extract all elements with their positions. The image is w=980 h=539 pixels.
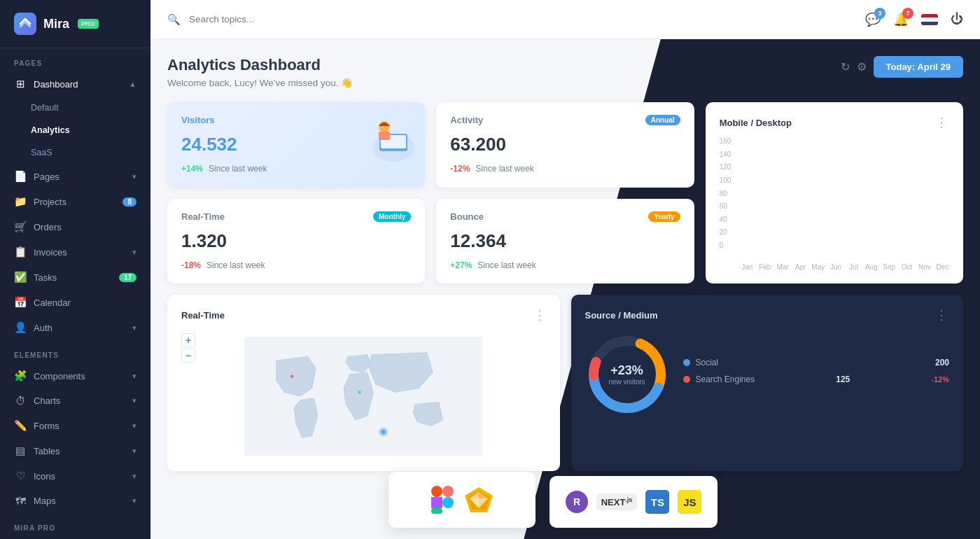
search-input[interactable] (189, 14, 343, 24)
zoom-out-button[interactable]: − (181, 349, 195, 363)
sidebar-subitem-analytics[interactable]: Analytics (0, 119, 150, 141)
mira-pro-section-label: MIRA PRO (0, 513, 150, 536)
sidebar-item-label: Orders (34, 222, 62, 232)
source-change: -12% (931, 375, 949, 384)
sidebar-item-tasks[interactable]: ✅ Tasks 17 (0, 265, 150, 290)
sidebar-item-icons[interactable]: ♡ Icons ▾ (0, 463, 150, 489)
activity-card: Activity Annual 63.200 -12% Since last w… (436, 102, 694, 188)
donut-section: +23% new visitors Social 200 (585, 332, 950, 416)
refresh-icon[interactable]: ↻ (841, 60, 850, 74)
chevron-icon: ▾ (132, 372, 136, 381)
svg-rect-4 (379, 132, 390, 140)
date-button[interactable]: Today: April 29 (874, 56, 963, 78)
bounce-card: Bounce Yearly 12.364 +27% Since last wee… (436, 199, 694, 284)
search-icon: 🔍 (167, 13, 181, 26)
donut-percentage: +23% (608, 363, 645, 378)
tech-logos-card-2: R NEXT.js TS JS (550, 476, 718, 528)
svg-rect-17 (431, 508, 442, 514)
card-title: Bounce (450, 211, 484, 222)
sidebar-item-orders[interactable]: 🛒 Orders (0, 214, 150, 239)
card-footer: -12% Since last week (450, 164, 680, 174)
card-title: Real-Time (181, 211, 225, 222)
sidebar-item-label: Calendar (34, 298, 71, 308)
donut-chart: +23% new visitors (585, 332, 669, 416)
source-row: Social 200 (683, 358, 950, 368)
alerts-button[interactable]: 🔔 7 (893, 12, 909, 27)
sidebar-item-pages[interactable]: 📄 Pages ▾ (0, 164, 150, 189)
page-header: Analytics Dashboard Welcome back, Lucy! … (167, 56, 963, 88)
source-row: Search Engines 125 -12% (683, 374, 950, 384)
chart-header: Mobile / Desktop ⋮ (720, 115, 949, 130)
since-text: Since last week (206, 260, 265, 270)
chart-title: Mobile / Desktop (720, 118, 792, 128)
realtime-badge: Monthly (373, 211, 411, 222)
world-map (181, 337, 546, 456)
pages-icon: 📄 (14, 170, 27, 183)
source-name: Social (683, 358, 719, 368)
sidebar-subitem-default[interactable]: Default (0, 97, 150, 119)
page-actions: ↻ ⚙ Today: April 29 (841, 56, 963, 78)
svg-rect-15 (442, 486, 454, 497)
y-axis: 020406080100120140160 (720, 137, 732, 249)
bounce-value: 12.364 (450, 230, 680, 252)
svg-point-18 (442, 497, 454, 508)
chevron-icon: ▾ (132, 172, 136, 181)
sidebar-item-label: Components (34, 371, 85, 382)
sidebar-item-calendar[interactable]: 📅 Calendar (0, 290, 150, 315)
sidebar-item-label: Forms (34, 421, 59, 431)
map-controls: + − (181, 333, 195, 363)
map-menu-button[interactable]: ⋮ (533, 307, 546, 323)
source-menu-button[interactable]: ⋮ (935, 307, 949, 323)
card-footer: -18% Since last week (181, 260, 411, 270)
card-header: Real-Time Monthly (181, 211, 411, 222)
map-title: Real-Time (181, 310, 225, 321)
components-icon: 🧩 (14, 370, 27, 382)
card-title: Activity (450, 115, 483, 125)
chevron-icon: ▾ (132, 447, 136, 456)
svg-point-8 (358, 391, 361, 394)
sidebar-item-projects[interactable]: 📁 Projects 8 (0, 189, 150, 214)
since-text: Since last week (209, 164, 267, 174)
activity-value: 63.200 (450, 134, 680, 155)
source-dot (683, 359, 690, 366)
map-header: Real-Time ⋮ (181, 307, 546, 323)
sidebar-item-dashboard[interactable]: ⊞ Dashboard ▲ (0, 71, 150, 97)
source-name: Search Engines (683, 374, 755, 384)
sidebar-item-forms[interactable]: ✏️ Forms ▾ (0, 413, 150, 438)
filter-icon[interactable]: ⚙ (857, 60, 867, 74)
maps-icon: 🗺 (14, 495, 27, 507)
power-icon[interactable]: ⏻ (951, 12, 963, 27)
auth-icon: 👤 (14, 321, 27, 334)
stats-grid: Visitors 24.532 +14% Since last week (167, 102, 963, 284)
sidebar-item-invoices[interactable]: 📋 Invoices ▾ (0, 239, 150, 265)
sidebar-subitem-saas[interactable]: SaaS (0, 141, 150, 164)
sidebar-item-label: Charts (34, 396, 60, 406)
donut-label: new visitors (608, 378, 645, 386)
top-header: 🔍 💬 3 🔔 7 ⏻ (150, 0, 980, 39)
sidebar-item-tables[interactable]: ▤ Tables ▾ (0, 438, 150, 463)
svg-rect-14 (431, 486, 442, 497)
orders-icon: 🛒 (14, 220, 27, 233)
language-flag[interactable] (921, 14, 938, 25)
sidebar-item-maps[interactable]: 🗺 Maps ▾ (0, 489, 150, 513)
icons-icon: ♡ (14, 470, 27, 482)
source-medium-card: Source / Medium ⋮ (571, 295, 964, 471)
source-title: Source / Medium (585, 310, 658, 321)
chevron-icon: ▲ (129, 80, 136, 88)
sidebar-item-charts[interactable]: ⏱ Charts ▾ (0, 388, 150, 413)
source-list: Social 200 Search Engines 125 -12% (683, 358, 950, 391)
chevron-icon: ▾ (132, 248, 136, 257)
zoom-in-button[interactable]: + (181, 333, 195, 347)
map-card: Real-Time ⋮ + − (167, 295, 560, 471)
source-value: 200 (935, 358, 949, 368)
x-axis: Jan Feb Mar Apr May Jun Jul Aug Sep Oct … (720, 263, 949, 271)
change-value: +27% (450, 260, 472, 270)
tasks-badge: 17 (119, 273, 136, 282)
notifications-button[interactable]: 💬 3 (865, 12, 881, 27)
sidebar-item-auth[interactable]: 👤 Auth ▾ (0, 315, 150, 340)
chevron-icon: ▾ (132, 323, 136, 332)
sidebar-item-components[interactable]: 🧩 Components ▾ (0, 363, 150, 388)
pages-section-label: PAGES (0, 48, 150, 71)
app-logo[interactable]: Mira PRO (0, 0, 150, 48)
chart-menu-button[interactable]: ⋮ (935, 115, 949, 130)
